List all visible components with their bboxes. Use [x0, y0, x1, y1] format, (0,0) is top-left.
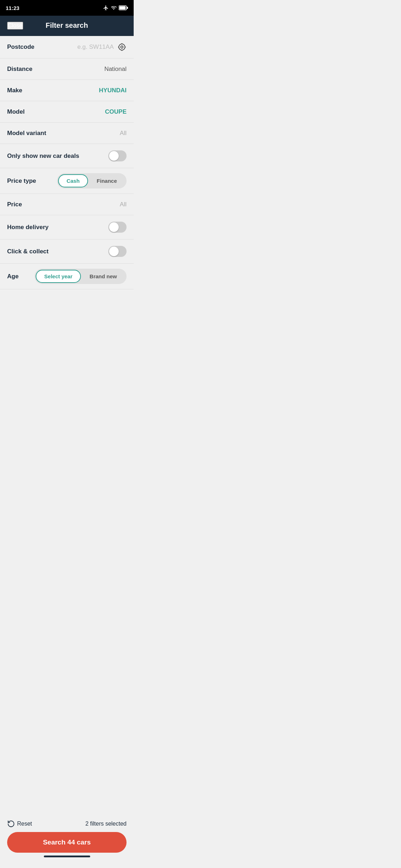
price-type-segmented: Cash Finance	[57, 173, 127, 188]
postcode-label: Postcode	[7, 43, 35, 51]
click-collect-toggle[interactable]	[108, 246, 127, 257]
filter-content: Postcode e.g. SW11AA Distance National M…	[0, 36, 134, 339]
home-delivery-toggle[interactable]	[108, 222, 127, 233]
status-icons	[103, 5, 128, 11]
svg-point-4	[119, 44, 125, 50]
new-car-deals-row: Only show new car deals	[0, 144, 134, 168]
home-delivery-thumb	[109, 222, 119, 232]
age-row: Age Select year Brand new	[0, 264, 134, 289]
age-label: Age	[7, 273, 19, 280]
home-delivery-label: Home delivery	[7, 224, 48, 231]
status-time: 11:23	[6, 5, 19, 11]
home-delivery-row: Home delivery	[0, 215, 134, 239]
price-type-cash-button[interactable]: Cash	[58, 174, 88, 187]
price-type-finance-button[interactable]: Finance	[88, 174, 125, 187]
age-select-year-button[interactable]: Select year	[36, 270, 81, 283]
price-type-label: Price type	[7, 177, 36, 185]
postcode-row[interactable]: Postcode e.g. SW11AA	[0, 36, 134, 58]
battery-icon	[119, 5, 128, 10]
nav-header: Close Filter search	[0, 16, 134, 36]
new-car-deals-label: Only show new car deals	[7, 153, 79, 160]
click-collect-row: Click & collect	[0, 239, 134, 264]
price-type-row: Price type Cash Finance	[0, 168, 134, 194]
toggle-thumb	[109, 151, 119, 161]
price-label: Price	[7, 201, 22, 208]
price-row[interactable]: Price All	[0, 194, 134, 215]
close-button[interactable]: Close	[7, 22, 23, 30]
make-row[interactable]: Make HYUNDAI	[0, 80, 134, 101]
age-segmented: Select year Brand new	[35, 269, 127, 284]
click-collect-label: Click & collect	[7, 248, 48, 255]
page-title: Filter search	[46, 21, 88, 30]
model-row[interactable]: Model COUPE	[0, 101, 134, 123]
make-label: Make	[7, 87, 22, 94]
make-value: HYUNDAI	[99, 87, 127, 94]
postcode-placeholder: e.g. SW11AA	[77, 43, 114, 51]
postcode-right: e.g. SW11AA	[77, 42, 127, 52]
distance-value: National	[104, 66, 127, 73]
wifi-icon	[111, 5, 117, 11]
age-brand-new-button[interactable]: Brand new	[81, 270, 125, 283]
airplane-icon	[103, 5, 109, 11]
svg-point-3	[121, 46, 123, 48]
click-collect-thumb	[109, 247, 119, 256]
price-value: All	[120, 201, 127, 208]
model-label: Model	[7, 108, 25, 115]
distance-label: Distance	[7, 66, 32, 73]
location-icon[interactable]	[117, 42, 127, 52]
model-variant-value: All	[120, 130, 127, 137]
model-variant-label: Model variant	[7, 130, 46, 137]
svg-rect-1	[119, 6, 126, 10]
svg-rect-2	[127, 7, 128, 9]
new-car-deals-toggle[interactable]	[108, 150, 127, 161]
status-bar: 11:23	[0, 0, 134, 16]
distance-row[interactable]: Distance National	[0, 58, 134, 80]
model-value: COUPE	[105, 108, 127, 115]
model-variant-row[interactable]: Model variant All	[0, 123, 134, 144]
